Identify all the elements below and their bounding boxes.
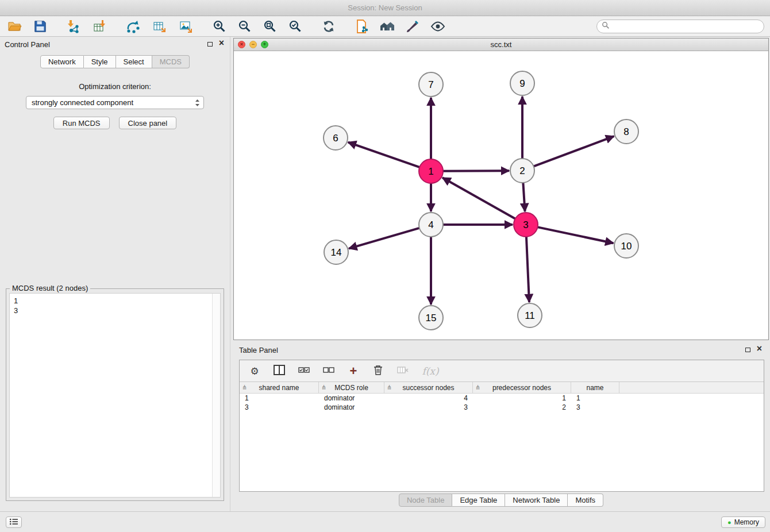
result-scrollbar[interactable] <box>212 294 220 497</box>
column-header[interactable]: ⋔MCDS role <box>319 382 384 393</box>
dropdown-arrows-icon <box>194 98 201 107</box>
table-cell[interactable]: dominator <box>319 403 384 411</box>
network-graph[interactable]: 1234678910111415 <box>234 51 768 340</box>
add-row-button[interactable]: + <box>346 364 360 379</box>
network-window-titlebar[interactable]: scc.txt × − + <box>234 38 768 51</box>
tab-mcds[interactable]: MCDS <box>152 55 190 68</box>
table-settings-button[interactable]: ⚙ <box>248 364 261 379</box>
graph-node[interactable]: 2 <box>510 159 534 183</box>
tab-motifs[interactable]: Motifs <box>568 494 603 507</box>
graph-node[interactable]: 15 <box>419 306 443 330</box>
style-brush-button[interactable] <box>403 18 422 35</box>
table-cell[interactable]: 4 <box>384 394 473 402</box>
table-cell[interactable]: 2 <box>473 403 571 411</box>
tab-network-table[interactable]: Network Table <box>505 494 568 507</box>
table-cell[interactable]: 1 <box>473 394 571 402</box>
refresh-icon <box>321 19 336 34</box>
graph-node[interactable]: 3 <box>514 213 538 237</box>
graph-edge[interactable] <box>523 182 525 211</box>
column-header[interactable]: ⋔shared name <box>240 382 319 393</box>
apply-layout-button[interactable] <box>124 18 143 35</box>
table-row[interactable]: 3dominator323 <box>240 403 764 412</box>
network-window-title: scc.txt <box>234 40 768 49</box>
graph-node[interactable]: 9 <box>510 71 534 95</box>
graph-edge[interactable] <box>348 142 420 168</box>
tab-network[interactable]: Network <box>40 55 84 68</box>
delete-column-button[interactable] <box>396 364 410 379</box>
graph-edge[interactable] <box>442 178 516 219</box>
memory-button[interactable]: ● Memory <box>721 516 765 528</box>
import-network-icon <box>66 19 81 34</box>
tab-select[interactable]: Select <box>116 55 152 68</box>
column-header[interactable]: ⋔successor nodes <box>384 382 473 393</box>
show-columns-button[interactable] <box>272 364 286 379</box>
graph-node[interactable]: 7 <box>419 72 443 97</box>
graph-node-label: 11 <box>525 310 535 321</box>
close-control-panel-icon[interactable]: × <box>219 38 224 48</box>
zoom-out-button[interactable] <box>236 18 254 35</box>
control-panel-tabs: NetworkStyleSelectMCDS <box>0 55 230 68</box>
table-cell[interactable]: 3 <box>571 403 619 411</box>
graph-edge[interactable] <box>533 136 614 167</box>
graph-edge[interactable] <box>442 171 509 171</box>
mcds-result-list[interactable]: 1 3 <box>10 294 212 497</box>
eye-icon <box>430 19 446 34</box>
minimize-window-icon[interactable]: − <box>249 41 257 48</box>
column-type-icon: ⋔ <box>387 384 392 391</box>
column-header[interactable]: name <box>571 382 619 393</box>
table-panel-title: Table Panel <box>239 346 278 354</box>
show-panels-button[interactable] <box>6 516 22 528</box>
clone-network-button[interactable] <box>353 18 371 35</box>
apply-function-button[interactable]: f(x) <box>421 364 440 379</box>
float-table-panel-icon[interactable] <box>745 348 750 352</box>
table-cell[interactable]: 1 <box>240 394 319 402</box>
table-row[interactable]: 1dominator411 <box>240 394 764 403</box>
maximize-window-icon[interactable]: + <box>261 41 268 48</box>
zoom-selected-button[interactable] <box>286 18 305 35</box>
zoom-in-button[interactable] <box>210 18 229 35</box>
graph-node[interactable]: 10 <box>614 234 638 258</box>
tab-edge-table[interactable]: Edge Table <box>452 494 505 507</box>
save-session-button[interactable] <box>31 18 49 35</box>
close-window-icon[interactable]: × <box>238 41 245 48</box>
graph-node[interactable]: 14 <box>324 240 348 264</box>
graph-node[interactable]: 11 <box>518 303 542 327</box>
search-box[interactable] <box>596 20 764 33</box>
clear-selection-button[interactable] <box>322 364 336 379</box>
table-cell[interactable]: 3 <box>384 403 473 411</box>
table-cell[interactable]: 1 <box>571 394 619 402</box>
select-all-button[interactable] <box>297 364 311 379</box>
zoom-out-icon <box>237 19 252 34</box>
export-image-button[interactable] <box>177 18 195 35</box>
graph-node[interactable]: 8 <box>614 119 638 144</box>
table-cell[interactable]: 3 <box>240 403 319 411</box>
open-session-button[interactable] <box>6 18 24 35</box>
tab-node-table[interactable]: Node Table <box>399 494 453 507</box>
import-table-button[interactable] <box>91 18 109 35</box>
tab-style[interactable]: Style <box>84 55 116 68</box>
delete-row-button[interactable] <box>371 364 385 379</box>
network-analyzer-button[interactable] <box>378 18 396 35</box>
graph-edge[interactable] <box>537 227 614 243</box>
import-network-button[interactable] <box>64 18 83 35</box>
graph-edge[interactable] <box>349 228 420 249</box>
close-table-panel-icon[interactable]: × <box>757 344 762 354</box>
mcds-result-area: 1 3 <box>9 293 221 498</box>
graph-edge[interactable] <box>526 236 529 302</box>
column-header[interactable]: ⋔predecessor nodes <box>473 382 571 393</box>
table-cell[interactable]: dominator <box>319 394 384 402</box>
refresh-layout-button[interactable] <box>319 18 338 35</box>
search-input[interactable] <box>613 22 759 31</box>
graph-node[interactable]: 6 <box>324 126 348 150</box>
graph-node[interactable]: 1 <box>419 159 443 183</box>
export-table-button[interactable] <box>151 18 169 35</box>
zoom-fit-button[interactable] <box>261 18 279 35</box>
graph-node[interactable]: 4 <box>419 213 443 237</box>
criterion-dropdown[interactable]: strongly connected component <box>26 96 204 109</box>
graph-node-label: 14 <box>331 247 342 258</box>
show-hide-button[interactable] <box>429 18 447 35</box>
close-panel-button[interactable]: Close panel <box>119 117 177 129</box>
column-header-label: shared name <box>259 384 299 392</box>
float-panel-icon[interactable] <box>207 42 213 47</box>
run-mcds-button[interactable]: Run MCDS <box>53 117 110 129</box>
